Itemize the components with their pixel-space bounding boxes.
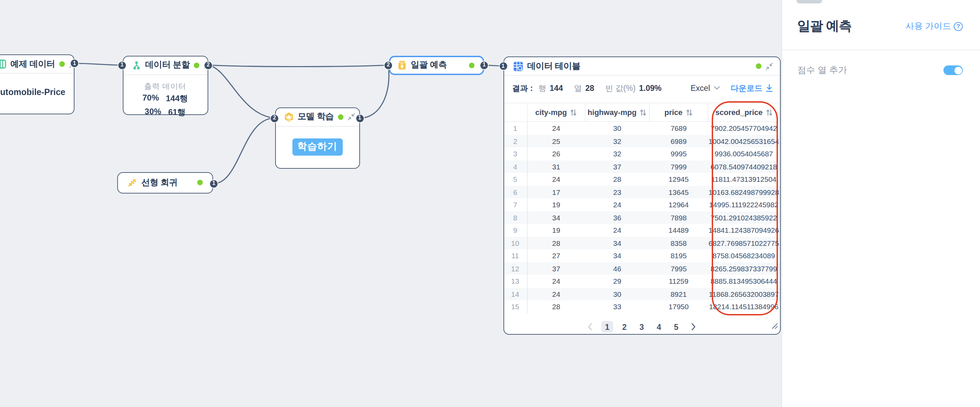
table-cell: 11811.47313912504 [708, 175, 780, 184]
table-cell: 14489 [649, 226, 708, 234]
missing-value: 1.09% [639, 84, 661, 92]
example-data-icon [0, 59, 6, 69]
table-cell: 24 [585, 201, 649, 209]
usage-guide-link[interactable]: 사용 가이드 ? [905, 20, 963, 32]
table-cell: 30 [585, 290, 649, 298]
page-button-4[interactable]: 4 [653, 321, 665, 333]
result-summary: 결과 : 행 144 열 28 빈 값(%) 1.09% Excel 다운로드 [512, 82, 773, 93]
edge-example-to-split [75, 63, 122, 65]
node-linear-regression[interactable]: 선형 회귀 [117, 172, 213, 193]
node-title: 선형 회귀 [142, 177, 178, 188]
page-button-5[interactable]: 5 [670, 321, 682, 333]
table-cell: 7902.205457704942 [708, 124, 780, 133]
row-index: 7 [504, 198, 527, 211]
model-train-icon [284, 112, 293, 122]
app-root: 예제 데이터 Automobile-Price 데이터 분할 [0, 0, 980, 407]
column-header-highway-mpg[interactable]: highway-mpg [585, 103, 649, 121]
table-cell: 28 [585, 175, 649, 184]
node-title: 데이터 테이블 [527, 60, 580, 72]
collapse-icon[interactable] [348, 113, 355, 120]
prev-page-button[interactable] [584, 321, 596, 333]
port-train-in[interactable]: 2 [270, 114, 279, 123]
table-cell: 8921 [649, 290, 708, 298]
table-cell: 8265.259837337799 [708, 264, 780, 273]
row-index: 8 [504, 211, 527, 224]
status-dot [756, 63, 761, 69]
table-cell: 6078.540974409218 [708, 163, 780, 171]
resize-handle-icon[interactable] [772, 320, 778, 332]
page-button-2[interactable]: 2 [619, 321, 630, 333]
table-cell: 7501.291024385922 [708, 214, 780, 222]
download-button[interactable]: 다운로드 [731, 83, 773, 93]
split-output-label: 출력 데이터 [123, 81, 207, 91]
node-data-split[interactable]: 데이터 분할 출력 데이터 70%144행30%61행 [123, 55, 208, 115]
table-row: 11273481958758.04568234089 [504, 249, 780, 262]
column-header-price[interactable]: price [649, 103, 708, 121]
next-page-button[interactable] [687, 321, 699, 333]
score-column-toggle-label: 점수 열 추가 [797, 64, 847, 76]
chevron-down-icon [713, 86, 720, 90]
sort-icon [766, 108, 772, 116]
panel-top-remnant [797, 0, 822, 3]
port-split-in[interactable]: 1 [118, 60, 127, 70]
row-index: 3 [504, 147, 527, 160]
table-cell: 24 [585, 226, 649, 234]
row-index: 6 [504, 185, 527, 198]
table-cell: 12964 [649, 201, 708, 209]
table-cell: 24 [527, 277, 585, 285]
table-row: 8343678987501.291024385922 [504, 211, 780, 224]
table-cell: 28 [527, 302, 585, 311]
port-linreg-out[interactable]: 1 [209, 179, 218, 188]
table-cell: 9936.0054045687 [708, 150, 780, 158]
score-column-toggle[interactable] [943, 65, 963, 75]
download-label: 다운로드 [731, 83, 762, 93]
table-cell: 6989 [649, 137, 708, 145]
port-train-out[interactable]: 1 [355, 114, 364, 123]
row-index: 12 [504, 262, 527, 275]
table-cell: 12945 [649, 175, 708, 184]
column-header-city-mpg[interactable]: city-mpg [527, 103, 585, 121]
node-data-table[interactable]: 데이터 테이블 결과 : 행 144 열 28 빈 값(%) 1.09% Exc… [503, 57, 780, 335]
data-table-icon [513, 61, 523, 71]
table-cell: 25 [527, 137, 585, 145]
pagination-pages: 12345 [601, 321, 682, 333]
sort-icon [570, 108, 577, 116]
table-row: 524281294511811.47313912504 [504, 173, 780, 185]
table-cell: 7999 [649, 163, 708, 171]
column-header-scored-price[interactable]: scored_price [708, 103, 780, 121]
port-split-out[interactable]: 2 [204, 60, 213, 70]
train-button[interactable]: 학습하기 [292, 138, 342, 155]
table-cell: 29 [585, 277, 649, 285]
node-batch-predict[interactable]: 일괄 예측 [389, 56, 484, 75]
page-button-1[interactable]: 1 [601, 321, 613, 333]
page-button-3[interactable]: 3 [636, 321, 648, 333]
edge-train-to-batch [360, 65, 389, 118]
port-batch-out[interactable]: 1 [480, 60, 488, 70]
table-cell: 19 [527, 226, 585, 234]
split-output-row: 30%61행 [123, 106, 207, 118]
node-title: 데이터 분할 [145, 59, 190, 71]
node-example-data[interactable]: 예제 데이터 Automobile-Price [0, 54, 75, 114]
table-row: 919241448914841.124387094926 [504, 224, 780, 236]
row-index: 1 [504, 122, 527, 135]
table-cell: 8758.04568234089 [708, 252, 780, 260]
table-cell: 13645 [649, 188, 708, 196]
column-label: city-mpg [535, 108, 567, 116]
batch-predict-icon [397, 60, 407, 70]
export-format-select[interactable]: Excel [691, 84, 720, 92]
port-table-in[interactable]: 1 [499, 62, 508, 71]
table-cell: 34 [585, 239, 649, 247]
node-model-train[interactable]: 모델 학습 학습하기 [275, 107, 360, 168]
table-cell: 8195 [649, 252, 708, 260]
table-cell: 32 [585, 150, 649, 158]
table-row: 132429112598885.813495306444 [504, 275, 780, 288]
chevron-right-icon [691, 323, 696, 331]
port-example-out[interactable]: 1 [70, 59, 79, 68]
collapse-icon[interactable] [765, 62, 773, 70]
sort-icon [686, 108, 692, 116]
column-label: scored_price [716, 108, 763, 116]
table-cell: 46 [585, 264, 649, 273]
status-dot [197, 180, 203, 185]
port-batch-in[interactable]: 2 [384, 60, 393, 70]
table-cell: 17950 [649, 302, 708, 311]
